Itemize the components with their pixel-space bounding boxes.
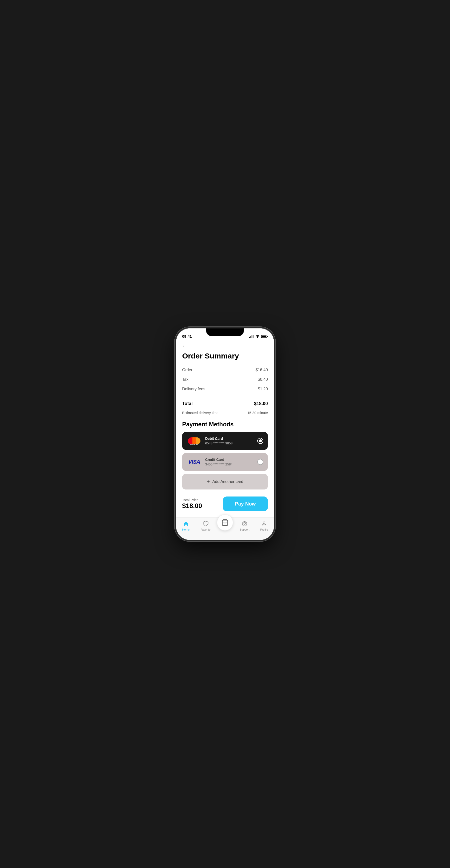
- visa-logo: VISA: [187, 457, 202, 467]
- order-row: Order $16.40: [182, 365, 268, 375]
- svg-rect-0: [249, 337, 250, 338]
- mastercard-text: MasterCard: [190, 444, 198, 445]
- mastercard-number: 6548 **** **** 9858: [205, 441, 257, 445]
- bottom-navigation: Home Favorite: [176, 517, 274, 540]
- main-content: ← Order Summary Order $16.40 Tax $0.40 D…: [176, 341, 274, 517]
- home-icon: [183, 521, 189, 527]
- visa-number: 3456 **** **** 2584: [205, 462, 257, 466]
- total-label: Total: [182, 401, 193, 406]
- total-row: Total $18.00: [182, 398, 268, 409]
- mastercard-radio[interactable]: [257, 438, 263, 444]
- tax-label: Tax: [182, 377, 188, 382]
- status-time: 09:41: [182, 334, 192, 338]
- back-button[interactable]: ←: [182, 341, 268, 352]
- svg-rect-5: [267, 336, 268, 337]
- add-card-label: Add Another card: [212, 479, 244, 484]
- notch: [206, 329, 244, 336]
- visa-radio[interactable]: [257, 459, 263, 465]
- total-price-info: Total Price $18.00: [182, 498, 202, 510]
- delivery-fees-label: Delivery fees: [182, 387, 205, 391]
- pay-now-button[interactable]: Pay Now: [223, 496, 268, 511]
- heart-icon: [202, 521, 209, 527]
- visa-card[interactable]: VISA Credit Card 3456 **** **** 2584: [182, 453, 268, 471]
- svg-point-9: [244, 525, 245, 525]
- signal-icon: [249, 335, 254, 338]
- mastercard-info: Debit Card 6548 **** **** 9858: [205, 437, 257, 445]
- delivery-time-row: Estimated delivery time: 15-30 minute: [182, 409, 268, 419]
- delivery-time-label: Estimated delivery time:: [182, 411, 219, 415]
- svg-point-10: [263, 522, 265, 524]
- phone-frame: 09:41: [176, 329, 274, 540]
- status-icons: [249, 335, 268, 338]
- mastercard-logo: MasterCard: [187, 436, 202, 446]
- add-card-button[interactable]: + Add Another card: [182, 474, 268, 490]
- svg-rect-3: [253, 335, 253, 338]
- bottom-payment-section: Total Price $18.00 Pay Now: [182, 495, 268, 514]
- svg-rect-1: [250, 336, 251, 338]
- page-title: Order Summary: [182, 352, 268, 360]
- visa-info: Credit Card 3456 **** **** 2584: [205, 458, 257, 466]
- profile-icon: [261, 521, 267, 527]
- total-price-label: Total Price: [182, 498, 202, 502]
- total-value: $18.00: [254, 401, 268, 406]
- svg-rect-6: [262, 335, 266, 337]
- nav-item-favorite[interactable]: Favorite: [196, 520, 215, 531]
- nav-item-home[interactable]: Home: [176, 520, 196, 531]
- mastercard-type: Debit Card: [205, 437, 257, 441]
- tax-value: $0.40: [258, 377, 268, 382]
- wifi-icon: [255, 335, 260, 338]
- visa-type: Credit Card: [205, 458, 257, 462]
- battery-icon: [261, 335, 268, 338]
- cart-fab-button[interactable]: [217, 515, 233, 531]
- order-value: $16.40: [256, 368, 268, 372]
- nav-label-support: Support: [240, 528, 249, 531]
- delivery-time-value: 15-30 minute: [247, 411, 268, 415]
- delivery-fees-value: $1.20: [258, 387, 268, 391]
- nav-item-support[interactable]: Support: [235, 520, 254, 531]
- payment-section-title: Payment Methods: [182, 421, 268, 428]
- add-card-plus-icon: +: [207, 478, 210, 485]
- total-price-amount: $18.00: [182, 502, 202, 510]
- nav-label-profile: Profile: [260, 528, 268, 531]
- order-label: Order: [182, 368, 192, 372]
- screen: 09:41: [176, 329, 274, 540]
- mastercard-card[interactable]: MasterCard Debit Card 6548 **** **** 985…: [182, 432, 268, 450]
- nav-label-home: Home: [182, 528, 189, 531]
- back-arrow-icon: ←: [182, 343, 187, 348]
- support-icon: [241, 521, 248, 527]
- delivery-fees-row: Delivery fees $1.20: [182, 384, 268, 394]
- nav-label-favorite: Favorite: [201, 528, 210, 531]
- mastercard-center: [192, 437, 196, 444]
- svg-rect-2: [251, 335, 252, 338]
- nav-item-profile[interactable]: Profile: [254, 520, 274, 531]
- tax-row: Tax $0.40: [182, 375, 268, 384]
